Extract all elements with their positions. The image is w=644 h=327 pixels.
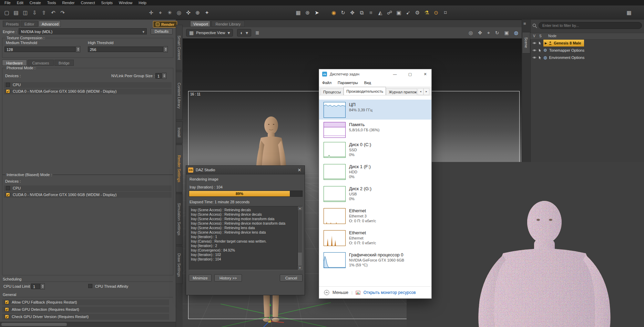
side-tab-simulation-settings[interactable]: Simulation Settings bbox=[176, 194, 183, 245]
pane-menu-icon[interactable]: ≡ bbox=[523, 21, 526, 26]
orbit-tool-icon[interactable]: ↻ bbox=[338, 10, 348, 16]
tab-bridge[interactable]: Bridge bbox=[54, 60, 74, 66]
menu-view-ru[interactable]: Вид bbox=[361, 81, 374, 85]
tab-canvases[interactable]: Canvases bbox=[28, 60, 54, 66]
add-node-icon[interactable]: ⊕ bbox=[193, 10, 202, 16]
menu-create[interactable]: Create bbox=[27, 0, 44, 6]
general-row-2[interactable]: Allow GPU Detection (Requires Restart) bbox=[2, 307, 169, 313]
joint-tool-icon[interactable]: ✳ bbox=[165, 10, 174, 16]
nvlink-stepper[interactable] bbox=[162, 73, 166, 79]
tab-editor[interactable]: Editor bbox=[21, 21, 38, 27]
menu-file-ru[interactable]: Файл bbox=[319, 81, 335, 85]
tab-advanced[interactable]: Advanced bbox=[39, 21, 61, 27]
scene-node-genesis-8-male[interactable]: ▶ Genesis 8 Male bbox=[530, 40, 644, 47]
scale-tool-icon[interactable]: ⧉ bbox=[357, 10, 366, 16]
scrollbar-thumb[interactable] bbox=[298, 253, 302, 266]
viewport-options-icon[interactable]: ≣ bbox=[255, 30, 259, 35]
minimize-window-icon[interactable]: — bbox=[389, 69, 401, 79]
tab-app-history[interactable]: Журнал прилож bbox=[386, 88, 417, 95]
cancel-button[interactable]: Cancel bbox=[280, 274, 303, 282]
tab-render-library[interactable]: Render Library bbox=[212, 21, 245, 27]
link-tool-icon[interactable]: ☍ bbox=[385, 10, 394, 16]
interactive-cpu-checkbox[interactable] bbox=[6, 186, 10, 190]
side-tab-install[interactable]: Install bbox=[176, 121, 183, 143]
hscrollbar-thumb[interactable] bbox=[1, 323, 67, 326]
view-selector-dropdown[interactable]: ▦ Perspective View ▾ bbox=[186, 29, 233, 37]
visibility-eye-icon[interactable] bbox=[532, 56, 536, 59]
move-tool-icon[interactable]: ✥ bbox=[348, 10, 357, 16]
general-row-3[interactable]: Check GPU Driver Version (Requires Resta… bbox=[2, 314, 169, 320]
visibility-eye-icon[interactable] bbox=[532, 49, 536, 52]
menu-connect[interactable]: Connect bbox=[78, 0, 98, 6]
mesh-tool-icon[interactable]: ◭ bbox=[376, 10, 385, 16]
menu-scripts[interactable]: Scripts bbox=[98, 0, 116, 6]
photoreal-cuda-checkbox[interactable] bbox=[6, 89, 10, 93]
log-scrollbar[interactable]: ▲ ▼ bbox=[297, 206, 302, 270]
allow-cpu-fallback-checkbox[interactable] bbox=[5, 300, 9, 304]
perf-item-disk1[interactable]: Диск 1 (F:) HDD 0% bbox=[319, 162, 431, 184]
redo-icon[interactable]: ↷ bbox=[58, 10, 67, 16]
tab-performance[interactable]: Производительность bbox=[344, 87, 386, 95]
interactive-cuda-checkbox[interactable] bbox=[6, 193, 10, 197]
drawstyle-dropdown[interactable]: ◐ ▾ bbox=[237, 29, 251, 37]
wheel-icon[interactable]: ⊛ bbox=[303, 10, 312, 16]
nvlink-input[interactable]: 1 bbox=[155, 73, 162, 79]
save-icon[interactable]: ◫ bbox=[21, 10, 30, 16]
menu-help[interactable]: Help bbox=[135, 0, 150, 6]
dialog-title-bar[interactable]: DS DAZ Studio ✕ bbox=[186, 166, 305, 174]
photoreal-cuda-row[interactable]: CUDA 0 - NVIDIA GeForce GTX 1060 6GB (WD… bbox=[4, 89, 172, 94]
menu-file[interactable]: File bbox=[1, 0, 14, 6]
high-threshold-input[interactable]: 256 bbox=[88, 47, 163, 52]
perf-item-ethernet[interactable]: Ethernet Ethernet О: 0 П: 0 кбит/с bbox=[319, 228, 431, 250]
defaults-button[interactable]: Defaults bbox=[151, 28, 173, 34]
expand-caret-icon[interactable]: ▶ bbox=[545, 42, 547, 45]
task-manager-title-bar[interactable]: Диспетчер задач — ▢ ✕ bbox=[319, 69, 431, 79]
fewer-details-icon[interactable] bbox=[324, 290, 329, 295]
frame-tool-icon[interactable]: ⌗ bbox=[366, 10, 376, 16]
photoreal-cpu-checkbox[interactable] bbox=[6, 83, 10, 87]
rotate-tool-icon[interactable]: ◉ bbox=[329, 10, 338, 16]
selectable-cursor-icon[interactable] bbox=[539, 49, 541, 52]
cpu-thread-affinity-checkbox[interactable] bbox=[88, 284, 92, 288]
tab-processes[interactable]: Процессы bbox=[320, 88, 344, 95]
perf-item-disk0[interactable]: Диск 0 (C:) SSD 0% bbox=[319, 140, 431, 162]
node-tool-icon[interactable]: ✛ bbox=[146, 10, 156, 16]
tab-viewport[interactable]: Viewport bbox=[190, 21, 210, 27]
scene-node-environment-options[interactable]: ◍ Environment Options bbox=[530, 54, 644, 61]
sphere-tool-icon[interactable]: ◎ bbox=[174, 10, 184, 16]
engine-dropdown[interactable]: NVIDIA Iray (MDL) ▾ bbox=[19, 28, 147, 34]
visibility-eye-icon[interactable] bbox=[532, 42, 536, 44]
scene-node-tonemapper-options[interactable]: ⚙ Tonemapper Options bbox=[530, 47, 644, 54]
arrow-tool-icon[interactable]: ➹ bbox=[403, 10, 413, 16]
menu-options-ru[interactable]: Параметры bbox=[335, 81, 361, 85]
side-tab-render-settings[interactable]: Render Settings bbox=[176, 145, 183, 192]
perf-item-cpu[interactable]: ЦП 84% 3,39 ГГц bbox=[319, 100, 431, 120]
maximize-window-icon[interactable]: ▢ bbox=[404, 69, 416, 79]
pan-camera-icon[interactable]: ✥ bbox=[478, 30, 482, 35]
perf-item-disk2[interactable]: Диск 2 (G:) USB 0% bbox=[319, 184, 431, 206]
new-file-icon[interactable]: ▢ bbox=[2, 10, 11, 16]
target-tool-icon[interactable]: ⌖ bbox=[156, 10, 165, 16]
interactive-cuda-row[interactable]: CUDA 0 - NVIDIA GeForce GTX 1060 6GB (WD… bbox=[4, 192, 172, 198]
photoreal-cpu-row[interactable]: CPU bbox=[4, 82, 172, 88]
shader-mixer-icon[interactable]: ⚗ bbox=[422, 10, 431, 16]
open-file-icon[interactable]: ▤ bbox=[11, 10, 21, 16]
medium-threshold-stepper[interactable] bbox=[76, 46, 80, 52]
selectable-cursor-icon[interactable] bbox=[539, 56, 541, 59]
zoom-camera-icon[interactable]: ⌖ bbox=[487, 30, 490, 36]
menu-tools[interactable]: Tools bbox=[44, 0, 59, 6]
close-icon[interactable]: ✕ bbox=[296, 167, 303, 173]
selected-node-highlight[interactable]: ▶ Genesis 8 Male bbox=[543, 40, 584, 47]
tab-presets[interactable]: Presets bbox=[3, 21, 20, 27]
scene-filter-input[interactable] bbox=[539, 22, 642, 29]
close-window-icon[interactable]: ✕ bbox=[419, 69, 431, 79]
orbit-camera-icon[interactable]: ◎ bbox=[469, 30, 473, 35]
perf-item-memory[interactable]: Память 5,8/16,0 ГБ (36%) bbox=[319, 120, 431, 140]
surface-tool-icon[interactable]: ✦ bbox=[202, 10, 212, 16]
side-tab-draw-settings[interactable]: Draw Settings bbox=[176, 246, 183, 284]
render-log[interactable]: Iray (Scene Access) : Retrieving decals … bbox=[189, 206, 303, 270]
globe-camera-icon[interactable]: ◍ bbox=[514, 30, 518, 35]
panel-tool-icon[interactable]: ▣ bbox=[394, 10, 403, 16]
left-panel-hscrollbar[interactable] bbox=[0, 322, 176, 327]
selectable-cursor-icon[interactable] bbox=[539, 41, 541, 45]
